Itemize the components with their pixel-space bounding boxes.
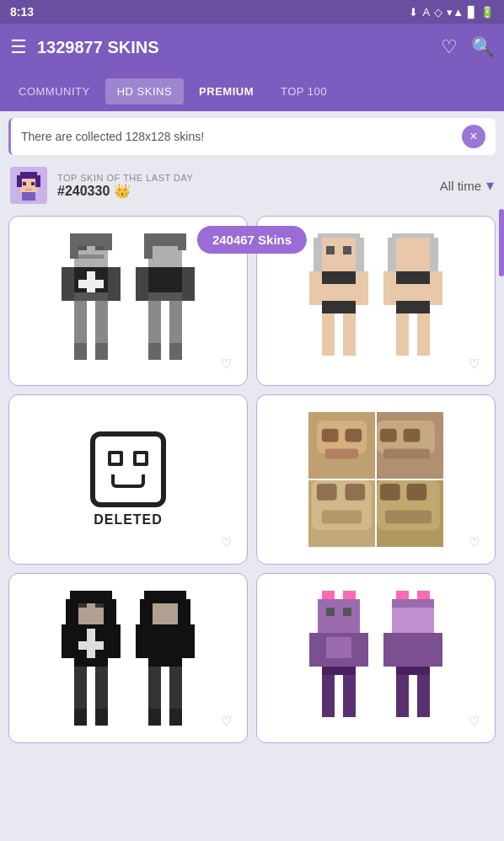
svg-rect-62	[396, 313, 409, 356]
svg-rect-35	[169, 301, 182, 343]
like-button-1[interactable]: ♡	[213, 351, 239, 377]
tab-premium[interactable]: PREMIUM	[187, 78, 265, 104]
top-skin-avatar[interactable]	[10, 167, 47, 204]
svg-rect-13	[78, 254, 104, 259]
diamond-icon: ◇	[434, 6, 442, 19]
tab-community[interactable]: COMMUNITY	[7, 78, 102, 104]
svg-rect-82	[407, 484, 427, 501]
svg-rect-94	[108, 624, 121, 658]
svg-rect-108	[148, 709, 161, 726]
svg-rect-58	[396, 271, 430, 284]
character-black-back	[131, 591, 199, 726]
svg-rect-73	[383, 448, 430, 458]
like-button-6[interactable]: ♡	[461, 709, 486, 734]
menu-button[interactable]: ☰	[10, 36, 27, 58]
svg-rect-60	[383, 271, 396, 305]
svg-rect-81	[380, 484, 400, 501]
svg-rect-103	[148, 624, 182, 667]
like-button-2[interactable]: ♡	[461, 351, 486, 377]
status-bar: 8:13 ⬇ A ◇ ▾▲ ▊ 🔋	[0, 0, 504, 24]
svg-rect-68	[325, 448, 359, 458]
svg-rect-32	[136, 267, 148, 301]
svg-rect-40	[314, 238, 322, 271]
filter-dropdown[interactable]: All time ▾	[440, 176, 494, 195]
battery-icon: 🔋	[480, 6, 494, 19]
svg-rect-118	[356, 633, 368, 667]
svg-rect-50	[322, 313, 335, 356]
svg-rect-61	[430, 271, 442, 305]
svg-rect-77	[345, 484, 365, 501]
svg-rect-113	[326, 608, 335, 616]
svg-rect-49	[356, 271, 368, 305]
svg-rect-89	[104, 599, 116, 624]
face-piece-br	[377, 480, 443, 547]
character-black-front	[57, 591, 125, 726]
svg-rect-106	[148, 667, 161, 709]
svg-rect-6	[25, 189, 32, 190]
download-icon: ⬇	[409, 6, 418, 19]
svg-rect-15	[70, 233, 78, 259]
app-title: 1329877 SKINS	[37, 38, 441, 57]
skin-card-4[interactable]: ♡	[256, 394, 496, 565]
svg-rect-4	[23, 182, 26, 185]
scrollbar[interactable]	[499, 209, 504, 276]
svg-rect-127	[383, 633, 396, 667]
skin-card-3[interactable]: DELETED ♡	[8, 394, 248, 565]
top-skin-id: #240330 👑	[57, 183, 193, 199]
signal-icon: ▊	[468, 6, 476, 19]
svg-rect-119	[322, 675, 335, 717]
search-button[interactable]: 🔍	[471, 36, 494, 58]
avatar-image	[10, 167, 47, 204]
deleted-content: DELETED	[90, 431, 166, 528]
status-time: 8:13	[10, 5, 34, 19]
svg-rect-98	[95, 709, 108, 726]
like-button-5[interactable]: ♡	[213, 709, 239, 734]
wifi-icon: ▾▲	[447, 6, 464, 19]
svg-rect-37	[148, 343, 161, 360]
skin-img-6	[257, 574, 495, 742]
svg-rect-20	[62, 267, 74, 301]
tab-top100[interactable]: TOP 100	[269, 78, 339, 104]
character-beige-back	[379, 233, 447, 368]
svg-rect-46	[322, 271, 356, 284]
skin-card-6[interactable]: ♡	[256, 573, 496, 743]
like-button-4[interactable]: ♡	[461, 530, 486, 555]
tab-hd-skins[interactable]: HD SKINS	[105, 78, 184, 104]
info-banner-close[interactable]: ×	[462, 125, 485, 148]
svg-rect-109	[169, 709, 182, 726]
face-piece-tl	[308, 412, 375, 479]
like-button-3[interactable]: ♡	[213, 530, 239, 555]
svg-rect-117	[309, 633, 322, 667]
top-skin-left: TOP SKIN OF THE LAST DAY #240330 👑	[10, 167, 193, 204]
skin-card-inner-3: DELETED ♡	[9, 395, 247, 564]
svg-rect-9	[22, 192, 35, 201]
deleted-icon	[90, 431, 166, 507]
svg-rect-97	[74, 709, 87, 726]
font-icon: A	[422, 6, 430, 19]
svg-rect-7	[17, 179, 22, 187]
svg-rect-29	[144, 233, 153, 259]
svg-rect-102	[178, 599, 190, 624]
face-piece-bl	[308, 480, 375, 547]
face-skin-img	[308, 412, 443, 547]
filter-label: All time	[440, 179, 481, 193]
svg-rect-38	[169, 343, 182, 360]
svg-rect-41	[356, 238, 364, 271]
favorites-button[interactable]: ♡	[441, 36, 458, 58]
svg-rect-78	[322, 511, 362, 524]
svg-rect-104	[136, 624, 148, 658]
skin-card-inner-4: ♡	[257, 395, 495, 564]
character-gray-back	[131, 233, 199, 368]
svg-rect-92	[78, 641, 104, 650]
status-icons: ⬇ A ◇ ▾▲ ▊ 🔋	[409, 6, 494, 19]
character-purple-front	[305, 591, 373, 726]
svg-rect-72	[404, 429, 421, 442]
svg-rect-33	[182, 267, 195, 301]
svg-rect-16	[104, 233, 112, 250]
svg-rect-23	[95, 301, 108, 343]
app-bar-actions: ♡ 🔍	[441, 36, 494, 58]
svg-rect-25	[74, 343, 87, 360]
svg-rect-30	[178, 233, 186, 250]
skin-card-5[interactable]: ♡	[8, 573, 248, 743]
svg-rect-107	[169, 667, 182, 709]
